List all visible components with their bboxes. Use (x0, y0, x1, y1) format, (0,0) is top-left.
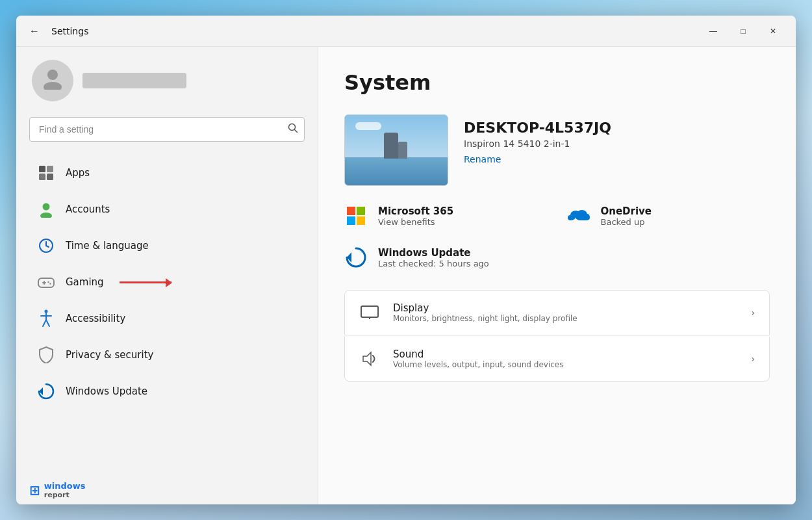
sidebar-item-windows-update[interactable]: Windows Update (21, 373, 312, 410)
svg-rect-6 (39, 174, 45, 180)
sidebar-item-privacy-label: Privacy & security (66, 349, 153, 361)
sidebar-item-accounts-label: Accounts (66, 203, 110, 215)
sidebar: Apps Accounts (16, 47, 318, 504)
user-name-placeholder (82, 73, 186, 88)
svg-line-3 (295, 130, 298, 133)
privacy-icon (37, 346, 55, 364)
sidebar-item-gaming-label: Gaming (66, 276, 104, 288)
watermark-line2: report (44, 491, 86, 499)
svg-rect-7 (47, 174, 53, 180)
sidebar-item-time-label: Time & language (66, 240, 149, 252)
update-sub: Last checked: 5 hours ago (378, 259, 489, 268)
update-refresh-icon (344, 246, 368, 269)
svg-point-17 (49, 283, 51, 284)
user-icon (41, 66, 64, 95)
sound-item-text: Sound Volume levels, output, input, soun… (393, 348, 738, 369)
watermark-logo: ⊞ (29, 482, 40, 498)
back-button[interactable]: ← (24, 21, 45, 42)
ms365-icon (344, 204, 368, 228)
svg-point-8 (43, 203, 50, 211)
svg-rect-5 (47, 166, 53, 172)
device-section: DESKTOP-4L537JQ Inspiron 14 5410 2-in-1 … (344, 114, 770, 186)
settings-list: Display Monitors, brightness, night ligh… (344, 290, 770, 382)
svg-line-22 (46, 320, 49, 326)
main-content: Apps Accounts (16, 47, 796, 504)
window-controls: — □ ✕ (698, 21, 788, 42)
watermark-text-block: windows report (44, 482, 86, 499)
sidebar-item-gaming[interactable]: Gaming (21, 264, 312, 300)
svg-point-16 (47, 281, 49, 283)
sidebar-item-apps-label: Apps (66, 167, 90, 179)
svg-point-0 (47, 70, 58, 80)
apps-icon (37, 164, 55, 182)
update-info: Windows Update Last checked: 5 hours ago (378, 247, 489, 268)
close-button[interactable]: ✕ (758, 21, 788, 42)
ms365-name: Microsoft 365 (378, 205, 453, 217)
sidebar-item-apps[interactable]: Apps (21, 155, 312, 191)
svg-rect-25 (361, 306, 378, 317)
update-name: Windows Update (378, 247, 489, 259)
sound-setting-item[interactable]: Sound Volume levels, output, input, soun… (344, 337, 770, 382)
gaming-icon (37, 273, 55, 291)
display-icon (359, 302, 380, 323)
device-model: Inspiron 14 5410 2-in-1 (464, 138, 611, 149)
time-icon (37, 237, 55, 255)
windows-update-icon (37, 382, 55, 400)
ms365-sub: View benefits (378, 217, 453, 227)
device-image (345, 115, 448, 185)
svg-point-18 (45, 310, 48, 313)
svg-point-9 (40, 213, 52, 218)
onedrive-sub: Backed up (601, 217, 652, 227)
display-item-desc: Monitors, brightness, night light, displ… (393, 314, 738, 323)
microsoft365-card[interactable]: Microsoft 365 View benefits (344, 204, 548, 228)
windows-update-section: Windows Update Last checked: 5 hours ago (344, 243, 770, 272)
svg-marker-28 (363, 352, 371, 365)
window-title: Settings (51, 26, 88, 36)
device-thumbnail (344, 114, 448, 186)
content-panel: System DESKTOP-4L537JQ Inspiron 14 5410 … (318, 47, 796, 504)
watermark-line1: windows (44, 482, 86, 491)
accessibility-icon (37, 309, 55, 328)
search-box (29, 117, 305, 142)
device-name: DESKTOP-4L537JQ (464, 120, 611, 136)
svg-line-12 (46, 246, 49, 247)
gaming-arrow-annotation (120, 281, 171, 283)
sound-item-desc: Volume levels, output, input, sound devi… (393, 360, 738, 369)
device-info: DESKTOP-4L537JQ Inspiron 14 5410 2-in-1 … (464, 114, 611, 164)
svg-point-1 (44, 82, 62, 90)
onedrive-card[interactable]: OneDrive Backed up (567, 204, 770, 228)
settings-window: ← Settings — □ ✕ (16, 16, 796, 504)
onedrive-icon (567, 204, 590, 228)
display-setting-item[interactable]: Display Monitors, brightness, night ligh… (344, 290, 770, 335)
title-bar: ← Settings — □ ✕ (16, 16, 796, 47)
sidebar-item-privacy[interactable]: Privacy & security (21, 337, 312, 373)
display-chevron-icon: › (751, 307, 755, 318)
ms365-info: Microsoft 365 View benefits (378, 205, 453, 227)
minimize-button[interactable]: — (698, 21, 728, 42)
sidebar-item-time[interactable]: Time & language (21, 228, 312, 264)
sidebar-item-accounts[interactable]: Accounts (21, 191, 312, 228)
accounts-icon (37, 200, 55, 218)
search-button[interactable] (288, 123, 298, 136)
user-profile (16, 60, 318, 117)
svg-line-21 (43, 320, 46, 326)
maximize-button[interactable]: □ (728, 21, 758, 42)
display-item-name: Display (393, 302, 738, 314)
title-bar-left: ← Settings (24, 21, 698, 42)
sidebar-item-accessibility-label: Accessibility (66, 313, 125, 324)
watermark: ⊞ windows report (29, 482, 85, 499)
services-row: Microsoft 365 View benefits OneDrive Bac… (344, 204, 770, 228)
display-item-text: Display Monitors, brightness, night ligh… (393, 302, 738, 323)
onedrive-info: OneDrive Backed up (601, 205, 652, 227)
page-title: System (344, 70, 770, 95)
search-input[interactable] (29, 117, 305, 142)
sidebar-item-accessibility[interactable]: Accessibility (21, 300, 312, 337)
sound-item-name: Sound (393, 348, 738, 360)
sidebar-nav: Apps Accounts (16, 152, 318, 504)
device-rename-link[interactable]: Rename (464, 154, 611, 164)
sound-chevron-icon: › (751, 354, 755, 364)
sound-icon (359, 348, 380, 369)
avatar (32, 60, 73, 101)
svg-rect-4 (39, 166, 45, 172)
onedrive-name: OneDrive (601, 205, 652, 217)
